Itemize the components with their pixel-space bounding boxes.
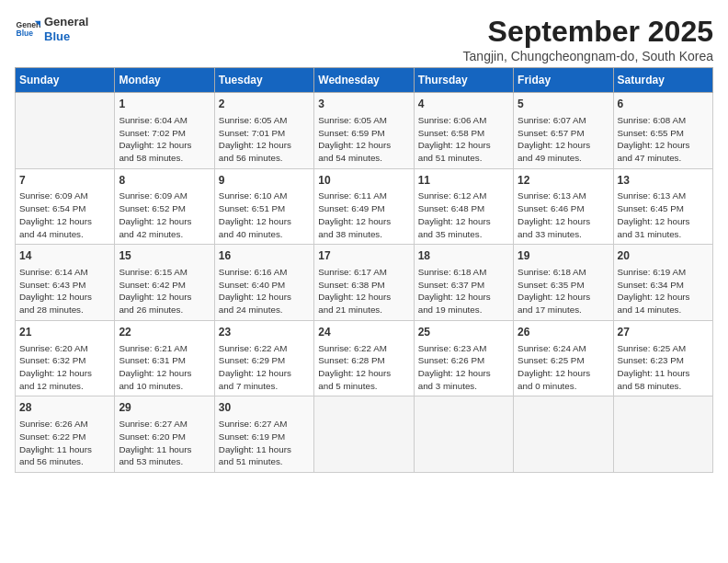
weekday-header-monday: Monday <box>115 68 214 93</box>
cell-text: Sunrise: 6:15 AMSunset: 6:42 PMDaylight:… <box>119 266 210 316</box>
day-number: 11 <box>418 173 509 189</box>
day-number: 7 <box>19 173 110 189</box>
calendar-cell: 20Sunrise: 6:19 AMSunset: 6:34 PMDayligh… <box>613 245 712 321</box>
cell-text: Sunrise: 6:09 AMSunset: 6:54 PMDaylight:… <box>19 190 110 240</box>
day-number: 28 <box>19 400 110 416</box>
calendar-cell: 21Sunrise: 6:20 AMSunset: 6:32 PMDayligh… <box>16 320 115 396</box>
calendar-cell: 24Sunrise: 6:22 AMSunset: 6:28 PMDayligh… <box>314 320 414 396</box>
day-number: 17 <box>318 248 409 264</box>
day-number: 12 <box>518 173 609 189</box>
day-number: 13 <box>618 173 709 189</box>
day-number: 14 <box>19 248 110 264</box>
calendar-cell <box>613 396 712 473</box>
cell-text: Sunrise: 6:27 AMSunset: 6:19 PMDaylight:… <box>219 418 310 468</box>
cell-text: Sunrise: 6:06 AMSunset: 6:58 PMDaylight:… <box>418 114 509 165</box>
day-number: 30 <box>219 400 310 416</box>
calendar-cell: 29Sunrise: 6:27 AMSunset: 6:20 PMDayligh… <box>115 396 214 473</box>
day-number: 20 <box>618 248 709 264</box>
logo-general: General <box>44 15 88 29</box>
calendar-cell: 10Sunrise: 6:11 AMSunset: 6:49 PMDayligh… <box>314 168 414 245</box>
weekday-header-saturday: Saturday <box>613 68 712 93</box>
calendar-cell: 8Sunrise: 6:09 AMSunset: 6:52 PMDaylight… <box>115 168 214 245</box>
calendar-cell: 5Sunrise: 6:07 AMSunset: 6:57 PMDaylight… <box>514 93 613 169</box>
calendar-cell <box>514 396 613 473</box>
calendar-cell: 25Sunrise: 6:23 AMSunset: 6:26 PMDayligh… <box>414 320 513 396</box>
day-number: 22 <box>119 325 210 340</box>
calendar-cell: 4Sunrise: 6:06 AMSunset: 6:58 PMDaylight… <box>414 93 513 169</box>
cell-text: Sunrise: 6:21 AMSunset: 6:31 PMDaylight:… <box>119 342 210 393</box>
cell-text: Sunrise: 6:16 AMSunset: 6:40 PMDaylight:… <box>219 266 310 316</box>
calendar-cell: 22Sunrise: 6:21 AMSunset: 6:31 PMDayligh… <box>115 320 214 396</box>
cell-text: Sunrise: 6:13 AMSunset: 6:46 PMDaylight:… <box>518 190 609 240</box>
calendar-cell <box>16 93 115 169</box>
cell-text: Sunrise: 6:11 AMSunset: 6:49 PMDaylight:… <box>318 190 409 240</box>
logo: General Blue General Blue <box>15 15 88 43</box>
day-number: 27 <box>618 325 709 340</box>
cell-text: Sunrise: 6:17 AMSunset: 6:38 PMDaylight:… <box>318 266 409 316</box>
cell-text: Sunrise: 6:27 AMSunset: 6:20 PMDaylight:… <box>119 418 210 468</box>
calendar-cell <box>414 396 513 473</box>
weekday-header-tuesday: Tuesday <box>214 68 313 93</box>
weekday-header-sunday: Sunday <box>16 68 115 93</box>
day-number: 29 <box>119 400 210 416</box>
day-number: 3 <box>318 97 409 112</box>
cell-text: Sunrise: 6:12 AMSunset: 6:48 PMDaylight:… <box>418 190 509 240</box>
cell-text: Sunrise: 6:13 AMSunset: 6:45 PMDaylight:… <box>618 190 709 240</box>
cell-text: Sunrise: 6:08 AMSunset: 6:55 PMDaylight:… <box>618 114 709 165</box>
day-number: 9 <box>219 173 310 189</box>
day-number: 19 <box>518 248 609 264</box>
cell-text: Sunrise: 6:24 AMSunset: 6:25 PMDaylight:… <box>518 342 609 393</box>
calendar-cell: 7Sunrise: 6:09 AMSunset: 6:54 PMDaylight… <box>16 168 115 245</box>
cell-text: Sunrise: 6:18 AMSunset: 6:37 PMDaylight:… <box>418 266 509 316</box>
calendar-cell: 19Sunrise: 6:18 AMSunset: 6:35 PMDayligh… <box>514 245 613 321</box>
logo-icon: General Blue <box>15 17 40 42</box>
calendar-cell: 28Sunrise: 6:26 AMSunset: 6:22 PMDayligh… <box>16 396 115 473</box>
calendar-cell: 13Sunrise: 6:13 AMSunset: 6:45 PMDayligh… <box>613 168 712 245</box>
cell-text: Sunrise: 6:22 AMSunset: 6:29 PMDaylight:… <box>219 342 310 393</box>
cell-text: Sunrise: 6:25 AMSunset: 6:23 PMDaylight:… <box>618 342 709 393</box>
calendar-cell: 27Sunrise: 6:25 AMSunset: 6:23 PMDayligh… <box>613 320 712 396</box>
calendar-cell: 1Sunrise: 6:04 AMSunset: 7:02 PMDaylight… <box>115 93 214 169</box>
calendar-cell: 6Sunrise: 6:08 AMSunset: 6:55 PMDaylight… <box>613 93 712 169</box>
cell-text: Sunrise: 6:19 AMSunset: 6:34 PMDaylight:… <box>618 266 709 316</box>
cell-text: Sunrise: 6:26 AMSunset: 6:22 PMDaylight:… <box>19 418 110 468</box>
day-number: 2 <box>219 97 310 112</box>
day-number: 5 <box>518 97 609 112</box>
day-number: 21 <box>19 325 110 340</box>
weekday-header-friday: Friday <box>514 68 613 93</box>
cell-text: Sunrise: 6:04 AMSunset: 7:02 PMDaylight:… <box>119 114 210 165</box>
cell-text: Sunrise: 6:20 AMSunset: 6:32 PMDaylight:… <box>19 342 110 393</box>
cell-text: Sunrise: 6:05 AMSunset: 7:01 PMDaylight:… <box>219 114 310 165</box>
calendar-cell: 15Sunrise: 6:15 AMSunset: 6:42 PMDayligh… <box>115 245 214 321</box>
calendar-cell: 18Sunrise: 6:18 AMSunset: 6:37 PMDayligh… <box>414 245 513 321</box>
cell-text: Sunrise: 6:23 AMSunset: 6:26 PMDaylight:… <box>418 342 509 393</box>
day-number: 15 <box>119 248 210 264</box>
weekday-header-wednesday: Wednesday <box>314 68 414 93</box>
calendar-cell: 30Sunrise: 6:27 AMSunset: 6:19 PMDayligh… <box>214 396 313 473</box>
cell-text: Sunrise: 6:07 AMSunset: 6:57 PMDaylight:… <box>518 114 609 165</box>
svg-text:Blue: Blue <box>17 29 34 38</box>
day-number: 1 <box>119 97 210 112</box>
calendar-table: SundayMondayTuesdayWednesdayThursdayFrid… <box>15 67 713 473</box>
day-number: 26 <box>518 325 609 340</box>
calendar-cell: 11Sunrise: 6:12 AMSunset: 6:48 PMDayligh… <box>414 168 513 245</box>
calendar-cell <box>314 396 414 473</box>
month-title: September 2025 <box>463 15 713 49</box>
calendar-cell: 3Sunrise: 6:05 AMSunset: 6:59 PMDaylight… <box>314 93 414 169</box>
cell-text: Sunrise: 6:09 AMSunset: 6:52 PMDaylight:… <box>119 190 210 240</box>
calendar-cell: 16Sunrise: 6:16 AMSunset: 6:40 PMDayligh… <box>214 245 313 321</box>
cell-text: Sunrise: 6:10 AMSunset: 6:51 PMDaylight:… <box>219 190 310 240</box>
day-number: 23 <box>219 325 310 340</box>
day-number: 4 <box>418 97 509 112</box>
cell-text: Sunrise: 6:18 AMSunset: 6:35 PMDaylight:… <box>518 266 609 316</box>
day-number: 16 <box>219 248 310 264</box>
calendar-cell: 9Sunrise: 6:10 AMSunset: 6:51 PMDaylight… <box>214 168 313 245</box>
day-number: 8 <box>119 173 210 189</box>
weekday-header-thursday: Thursday <box>414 68 513 93</box>
location-title: Tangjin, Chungcheongnam-do, South Korea <box>463 49 713 63</box>
logo-blue: Blue <box>44 29 88 44</box>
cell-text: Sunrise: 6:22 AMSunset: 6:28 PMDaylight:… <box>318 342 409 393</box>
calendar-cell: 14Sunrise: 6:14 AMSunset: 6:43 PMDayligh… <box>16 245 115 321</box>
calendar-cell: 17Sunrise: 6:17 AMSunset: 6:38 PMDayligh… <box>314 245 414 321</box>
day-number: 25 <box>418 325 509 340</box>
